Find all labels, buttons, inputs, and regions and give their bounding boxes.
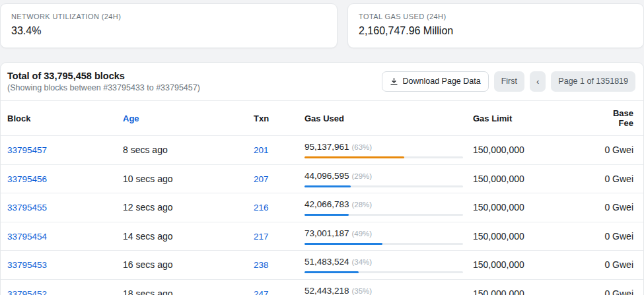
txn-link[interactable]: 217: [254, 232, 269, 242]
col-header-age[interactable]: Age: [116, 101, 247, 136]
page-indicator[interactable]: Page 1 of 1351819: [551, 71, 635, 92]
panel-header: Total of 33,795,458 blocks (Showing bloc…: [1, 63, 643, 101]
table-row: 33795454 14 secs ago 217 73,001,187 (49%…: [1, 222, 643, 251]
block-link[interactable]: 33795457: [7, 145, 47, 155]
table-header-row: Block Age Txn Gas Used Gas Limit Base Fe…: [1, 101, 643, 136]
age-cell: 14 secs ago: [116, 222, 247, 251]
gas-used-cell: 95,137,961 (63%): [298, 136, 466, 165]
panel-titles: Total of 33,795,458 blocks (Showing bloc…: [7, 71, 200, 92]
age-cell: 12 secs ago: [116, 193, 247, 222]
age-cell: 10 secs ago: [116, 164, 247, 193]
col-header-block: Block: [1, 101, 116, 136]
gas-progress-track: [304, 214, 463, 216]
col-header-txn: Txn: [247, 101, 298, 136]
table-row: 33795455 12 secs ago 216 42,066,783 (28%…: [1, 193, 643, 222]
gas-progress-track: [304, 156, 463, 158]
base-fee-cell: 0 Gwei: [592, 193, 643, 222]
download-page-data-button[interactable]: Download Page Data: [382, 71, 489, 92]
gas-used-value: 52,443,218: [304, 286, 349, 295]
network-utilization-card: NETWORK UTILIZATION (24H) 33.4%: [0, 3, 338, 48]
age-cell: 8 secs ago: [116, 136, 247, 165]
gas-limit-cell: 150,000,000: [466, 164, 592, 193]
download-button-label: Download Page Data: [403, 77, 481, 86]
network-utilization-value: 33.4%: [11, 25, 326, 37]
table-row: 33795453 16 secs ago 238 51,483,524 (34%…: [1, 251, 643, 280]
blocks-table: Block Age Txn Gas Used Gas Limit Base Fe…: [1, 101, 643, 295]
gas-used-percent: (49%): [351, 230, 372, 238]
base-fee-cell: 0 Gwei: [592, 136, 643, 165]
panel-actions: Download Page Data First ‹ Page 1 of 135…: [382, 71, 635, 92]
txn-link[interactable]: 247: [254, 289, 269, 295]
col-header-gas-used: Gas Used: [298, 101, 466, 136]
gas-used-value: 95,137,961: [304, 142, 349, 152]
block-link[interactable]: 33795453: [7, 260, 47, 270]
total-gas-used-card: TOTAL GAS USED (24H) 2,160,747.96 Millio…: [347, 3, 644, 48]
total-gas-used-value: 2,160,747.96 Million: [359, 25, 633, 37]
block-link[interactable]: 33795454: [7, 232, 47, 242]
gas-used-cell: 42,066,783 (28%): [298, 193, 466, 222]
prev-page-button[interactable]: ‹: [530, 71, 546, 92]
txn-link[interactable]: 216: [254, 203, 269, 213]
txn-link[interactable]: 201: [254, 145, 269, 155]
gas-limit-cell: 150,000,000: [466, 193, 592, 222]
gas-used-percent: (29%): [351, 172, 372, 180]
txn-link[interactable]: 207: [254, 174, 269, 184]
gas-used-cell: 52,443,218 (35%): [298, 279, 466, 295]
gas-limit-cell: 150,000,000: [466, 136, 592, 165]
gas-used-percent: (35%): [351, 287, 372, 295]
gas-used-percent: (34%): [351, 258, 372, 266]
gas-used-percent: (28%): [351, 201, 372, 209]
gas-limit-cell: 150,000,000: [466, 279, 592, 295]
txn-link[interactable]: 238: [254, 260, 269, 270]
table-row: 33795457 8 secs ago 201 95,137,961 (63%)…: [1, 136, 643, 165]
total-blocks-text: Total of 33,795,458 blocks: [7, 71, 200, 81]
gas-progress-bar: [304, 185, 351, 187]
gas-used-cell: 73,001,187 (49%): [298, 222, 466, 251]
col-header-gas-limit: Gas Limit: [466, 101, 592, 136]
gas-used-value: 44,096,595: [304, 171, 349, 181]
gas-used-value: 51,483,524: [304, 257, 349, 267]
block-link[interactable]: 33795452: [7, 289, 47, 295]
gas-progress-bar: [304, 243, 382, 245]
gas-used-value: 42,066,783: [304, 199, 349, 209]
total-gas-used-label: TOTAL GAS USED (24H): [359, 13, 633, 20]
table-row: 33795456 10 secs ago 207 44,096,595 (29%…: [1, 164, 643, 193]
gas-used-percent: (63%): [351, 143, 372, 151]
age-cell: 18 secs ago: [116, 279, 247, 295]
blocks-panel: Total of 33,795,458 blocks (Showing bloc…: [0, 62, 644, 295]
base-fee-cell: 0 Gwei: [592, 279, 643, 295]
blocks-page: NETWORK UTILIZATION (24H) 33.4% TOTAL GA…: [0, 0, 644, 295]
first-page-button[interactable]: First: [494, 71, 524, 92]
col-header-base-fee: Base Fee: [592, 101, 643, 136]
chevron-left-icon: ‹: [536, 77, 539, 86]
gas-used-value: 73,001,187: [304, 228, 349, 238]
gas-used-cell: 51,483,524 (34%): [298, 251, 466, 280]
gas-limit-cell: 150,000,000: [466, 222, 592, 251]
download-icon: [390, 77, 398, 86]
stats-row: NETWORK UTILIZATION (24H) 33.4% TOTAL GA…: [0, 3, 644, 48]
gas-progress-track: [304, 185, 463, 187]
gas-progress-bar: [304, 214, 349, 216]
gas-progress-bar: [304, 156, 404, 158]
gas-progress-track: [304, 271, 463, 273]
gas-used-cell: 44,096,595 (29%): [298, 164, 466, 193]
base-fee-cell: 0 Gwei: [592, 222, 643, 251]
block-link[interactable]: 33795455: [7, 203, 47, 213]
base-fee-cell: 0 Gwei: [592, 251, 643, 280]
age-cell: 16 secs ago: [116, 251, 247, 280]
table-row: 33795452 18 secs ago 247 52,443,218 (35%…: [1, 279, 643, 295]
gas-progress-bar: [304, 271, 359, 273]
base-fee-cell: 0 Gwei: [592, 164, 643, 193]
gas-progress-track: [304, 243, 463, 245]
network-utilization-label: NETWORK UTILIZATION (24H): [11, 13, 326, 20]
showing-range-text: (Showing blocks between #33795433 to #33…: [7, 83, 200, 92]
block-link[interactable]: 33795456: [7, 174, 47, 184]
gas-limit-cell: 150,000,000: [466, 251, 592, 280]
